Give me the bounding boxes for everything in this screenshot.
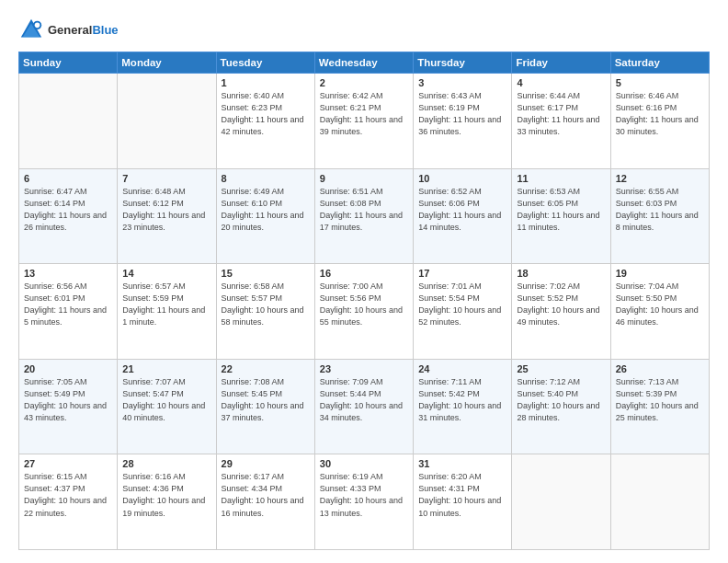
calendar-day-cell: 22Sunrise: 7:08 AMSunset: 5:45 PMDayligh… [216,359,314,454]
day-number: 27 [24,458,112,469]
calendar-day-cell: 9Sunrise: 6:51 AMSunset: 6:08 PMDaylight… [314,168,413,264]
calendar-day-cell: 13Sunrise: 6:56 AMSunset: 6:01 PMDayligh… [19,264,118,360]
day-detail: Sunrise: 6:15 AMSunset: 4:37 PMDaylight:… [24,471,112,519]
calendar-day-cell: 2Sunrise: 6:42 AMSunset: 6:21 PMDaylight… [314,74,413,169]
day-detail: Sunrise: 6:17 AMSunset: 4:34 PMDaylight:… [222,471,310,519]
page-header: GeneralBlue [18,17,710,42]
day-detail: Sunrise: 6:44 AMSunset: 6:17 PMDaylight:… [517,90,605,138]
day-detail: Sunrise: 6:48 AMSunset: 6:12 PMDaylight:… [122,186,210,234]
day-number: 16 [320,268,408,279]
day-detail: Sunrise: 6:19 AMSunset: 4:33 PMDaylight:… [320,471,408,519]
calendar-day-cell: 3Sunrise: 6:43 AMSunset: 6:19 PMDaylight… [414,74,512,169]
day-number: 25 [517,363,605,374]
day-detail: Sunrise: 6:58 AMSunset: 5:57 PMDaylight:… [222,281,310,328]
day-detail: Sunrise: 7:02 AMSunset: 5:52 PMDaylight:… [517,281,605,328]
day-detail: Sunrise: 7:04 AMSunset: 5:50 PMDaylight:… [616,281,704,328]
day-number: 17 [418,268,506,279]
day-number: 13 [24,268,112,279]
day-detail: Sunrise: 6:42 AMSunset: 6:21 PMDaylight:… [320,90,408,138]
day-number: 22 [222,363,310,374]
calendar-day-cell: 31Sunrise: 6:20 AMSunset: 4:31 PMDayligh… [414,454,512,550]
calendar-day-cell: 12Sunrise: 6:55 AMSunset: 6:03 PMDayligh… [610,168,709,264]
day-number: 5 [616,77,704,88]
calendar-day-cell: 27Sunrise: 6:15 AMSunset: 4:37 PMDayligh… [19,454,118,550]
day-number: 6 [24,173,112,184]
weekday-header: Wednesday [314,52,413,74]
day-detail: Sunrise: 6:16 AMSunset: 4:36 PMDaylight:… [122,471,210,519]
weekday-header: Thursday [414,52,512,74]
calendar-page: GeneralBlue SundayMondayTuesdayWednesday… [0,0,728,563]
calendar-week-row: 6Sunrise: 6:47 AMSunset: 6:14 PMDaylight… [19,168,710,264]
day-number: 7 [122,173,210,184]
calendar-day-cell: 18Sunrise: 7:02 AMSunset: 5:52 PMDayligh… [512,264,610,360]
day-number: 9 [320,173,408,184]
calendar-day-cell: 10Sunrise: 6:52 AMSunset: 6:06 PMDayligh… [414,168,512,264]
day-detail: Sunrise: 6:57 AMSunset: 5:59 PMDaylight:… [122,281,210,328]
day-detail: Sunrise: 6:52 AMSunset: 6:06 PMDaylight:… [418,186,506,234]
day-number: 29 [222,458,310,469]
day-number: 15 [222,268,310,279]
calendar-week-row: 20Sunrise: 7:05 AMSunset: 5:49 PMDayligh… [19,359,710,454]
weekday-header: Friday [512,52,610,74]
weekday-header: Sunday [19,52,118,74]
day-number: 8 [222,173,310,184]
calendar-day-cell [19,74,118,169]
day-number: 31 [418,458,506,469]
day-number: 1 [222,77,310,88]
calendar-day-cell: 14Sunrise: 6:57 AMSunset: 5:59 PMDayligh… [118,264,216,360]
day-number: 12 [616,173,704,184]
calendar-table: SundayMondayTuesdayWednesdayThursdayFrid… [18,52,710,550]
calendar-day-cell [118,74,216,169]
day-detail: Sunrise: 7:01 AMSunset: 5:54 PMDaylight:… [418,281,506,328]
weekday-header: Tuesday [216,52,314,74]
day-detail: Sunrise: 6:56 AMSunset: 6:01 PMDaylight:… [24,281,112,328]
logo: GeneralBlue [18,17,119,42]
calendar-week-row: 13Sunrise: 6:56 AMSunset: 6:01 PMDayligh… [19,264,710,360]
day-number: 4 [517,77,605,88]
calendar-header-row: SundayMondayTuesdayWednesdayThursdayFrid… [19,52,710,74]
day-detail: Sunrise: 7:07 AMSunset: 5:47 PMDaylight:… [122,376,210,424]
calendar-day-cell: 8Sunrise: 6:49 AMSunset: 6:10 PMDaylight… [216,168,314,264]
day-number: 10 [418,173,506,184]
calendar-day-cell: 16Sunrise: 7:00 AMSunset: 5:56 PMDayligh… [314,264,413,360]
day-detail: Sunrise: 6:55 AMSunset: 6:03 PMDaylight:… [616,186,704,234]
day-number: 14 [122,268,210,279]
logo-icon [18,17,44,42]
calendar-week-row: 1Sunrise: 6:40 AMSunset: 6:23 PMDaylight… [19,74,710,169]
calendar-day-cell: 30Sunrise: 6:19 AMSunset: 4:33 PMDayligh… [314,454,413,550]
calendar-day-cell: 1Sunrise: 6:40 AMSunset: 6:23 PMDaylight… [216,74,314,169]
day-detail: Sunrise: 6:46 AMSunset: 6:16 PMDaylight:… [616,90,704,138]
day-number: 23 [320,363,408,374]
svg-point-3 [35,23,40,29]
day-detail: Sunrise: 7:08 AMSunset: 5:45 PMDaylight:… [222,376,310,424]
calendar-day-cell: 6Sunrise: 6:47 AMSunset: 6:14 PMDaylight… [19,168,118,264]
day-number: 28 [122,458,210,469]
calendar-day-cell: 5Sunrise: 6:46 AMSunset: 6:16 PMDaylight… [610,74,709,169]
day-detail: Sunrise: 7:05 AMSunset: 5:49 PMDaylight:… [24,376,112,424]
calendar-day-cell: 7Sunrise: 6:48 AMSunset: 6:12 PMDaylight… [118,168,216,264]
day-detail: Sunrise: 6:20 AMSunset: 4:31 PMDaylight:… [418,471,506,519]
calendar-day-cell: 17Sunrise: 7:01 AMSunset: 5:54 PMDayligh… [414,264,512,360]
day-number: 21 [122,363,210,374]
day-number: 26 [616,363,704,374]
calendar-day-cell: 29Sunrise: 6:17 AMSunset: 4:34 PMDayligh… [216,454,314,550]
calendar-day-cell: 11Sunrise: 6:53 AMSunset: 6:05 PMDayligh… [512,168,610,264]
calendar-day-cell: 26Sunrise: 7:13 AMSunset: 5:39 PMDayligh… [610,359,709,454]
day-detail: Sunrise: 7:09 AMSunset: 5:44 PMDaylight:… [320,376,408,424]
day-detail: Sunrise: 6:49 AMSunset: 6:10 PMDaylight:… [222,186,310,234]
calendar-week-row: 27Sunrise: 6:15 AMSunset: 4:37 PMDayligh… [19,454,710,550]
day-number: 18 [517,268,605,279]
day-detail: Sunrise: 7:11 AMSunset: 5:42 PMDaylight:… [418,376,506,424]
day-detail: Sunrise: 6:40 AMSunset: 6:23 PMDaylight:… [222,90,310,138]
calendar-day-cell: 28Sunrise: 6:16 AMSunset: 4:36 PMDayligh… [118,454,216,550]
day-detail: Sunrise: 6:47 AMSunset: 6:14 PMDaylight:… [24,186,112,234]
day-detail: Sunrise: 6:53 AMSunset: 6:05 PMDaylight:… [517,186,605,234]
calendar-day-cell: 20Sunrise: 7:05 AMSunset: 5:49 PMDayligh… [19,359,118,454]
calendar-day-cell: 25Sunrise: 7:12 AMSunset: 5:40 PMDayligh… [512,359,610,454]
day-number: 30 [320,458,408,469]
calendar-day-cell [610,454,709,550]
calendar-day-cell: 24Sunrise: 7:11 AMSunset: 5:42 PMDayligh… [414,359,512,454]
day-detail: Sunrise: 7:13 AMSunset: 5:39 PMDaylight:… [616,376,704,424]
calendar-day-cell [512,454,610,550]
day-detail: Sunrise: 6:51 AMSunset: 6:08 PMDaylight:… [320,186,408,234]
